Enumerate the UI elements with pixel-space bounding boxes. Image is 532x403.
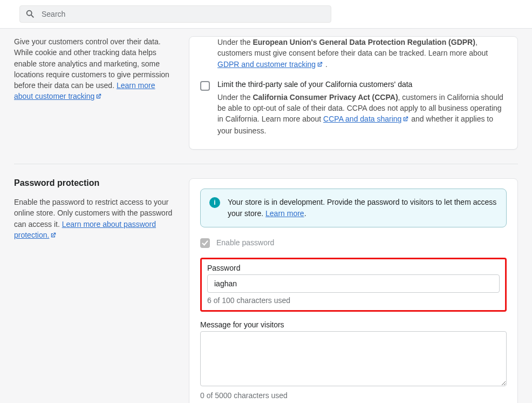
password-right: i Your store is in development. Provide … bbox=[189, 178, 518, 403]
ccpa-subtext: Under the California Consumer Privacy Ac… bbox=[217, 92, 507, 136]
external-link-icon bbox=[96, 91, 102, 102]
banner-learn-more-link[interactable]: Learn more bbox=[265, 209, 304, 218]
banner-text: Your store is in development. Provide th… bbox=[228, 197, 497, 219]
gdpr-item: Under the European Union's General Data … bbox=[200, 37, 507, 70]
tracking-left: Give your customers control over their d… bbox=[14, 36, 176, 150]
tracking-section: Give your customers control over their d… bbox=[14, 29, 518, 150]
search-box[interactable] bbox=[19, 5, 331, 23]
gdpr-subtext: Under the European Union's General Data … bbox=[217, 37, 507, 70]
password-left: Password protection Enable the password … bbox=[14, 178, 176, 403]
top-bar bbox=[0, 0, 532, 29]
password-card: i Your store is in development. Provide … bbox=[189, 178, 518, 403]
tracking-right: Under the European Union's General Data … bbox=[189, 36, 518, 150]
password-label: Password bbox=[207, 264, 500, 272]
external-link-icon bbox=[403, 114, 409, 125]
ccpa-item: Limit the third-party sale of your Calif… bbox=[200, 80, 507, 136]
search-input[interactable] bbox=[40, 9, 325, 19]
password-section: Password protection Enable the password … bbox=[14, 164, 518, 403]
page-content: Give your customers control over their d… bbox=[0, 29, 532, 403]
tracking-description: Give your customers control over their d… bbox=[14, 36, 176, 103]
message-label: Message for your visitors bbox=[200, 320, 507, 329]
password-input[interactable] bbox=[207, 274, 500, 293]
password-field-highlight: Password 6 of 100 characters used bbox=[200, 258, 507, 312]
info-icon: i bbox=[209, 197, 220, 208]
ccpa-bold: California Consumer Privacy Act (CCPA) bbox=[253, 93, 398, 102]
search-icon bbox=[25, 9, 35, 19]
ccpa-checkbox[interactable] bbox=[200, 81, 210, 91]
ccpa-content: Limit the third-party sale of your Calif… bbox=[217, 80, 507, 136]
gdpr-link[interactable]: GDPR and customer tracking bbox=[217, 60, 323, 69]
enable-password-label: Enable password bbox=[216, 238, 274, 247]
message-textarea[interactable] bbox=[200, 331, 507, 386]
info-banner: i Your store is in development. Provide … bbox=[200, 189, 507, 227]
password-description: Enable the password to restrict access t… bbox=[14, 197, 176, 241]
message-counter: 0 of 5000 characters used bbox=[200, 391, 507, 400]
tracking-card: Under the European Union's General Data … bbox=[189, 36, 518, 150]
password-heading: Password protection bbox=[14, 178, 176, 188]
external-link-icon bbox=[50, 230, 57, 241]
gdpr-bold: European Union's General Data Protection… bbox=[253, 38, 475, 46]
password-counter: 6 of 100 characters used bbox=[207, 296, 500, 305]
enable-password-checkbox[interactable] bbox=[200, 238, 210, 248]
external-link-icon bbox=[317, 59, 323, 70]
ccpa-link[interactable]: CCPA and data sharing bbox=[323, 115, 409, 123]
enable-password-row: Enable password bbox=[200, 237, 507, 248]
gdpr-content: Under the European Union's General Data … bbox=[217, 37, 507, 70]
ccpa-title: Limit the third-party sale of your Calif… bbox=[217, 80, 507, 89]
